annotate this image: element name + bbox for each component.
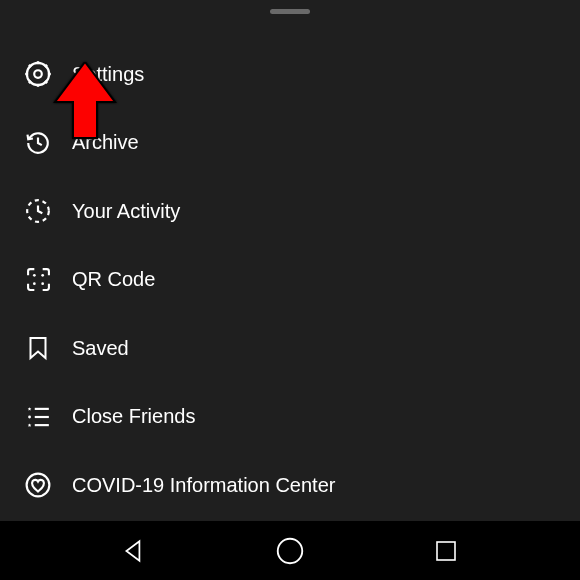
bookmark-icon <box>24 334 52 362</box>
menu-item-label: COVID-19 Information Center <box>72 474 335 497</box>
recents-button[interactable] <box>428 533 464 569</box>
gear-icon <box>24 60 52 88</box>
menu-item-qr-code[interactable]: QR Code <box>0 246 580 315</box>
svg-line-9 <box>45 65 47 67</box>
menu-item-label: Your Activity <box>72 200 180 223</box>
svg-line-7 <box>45 81 47 83</box>
svg-rect-24 <box>437 542 455 560</box>
android-navigation-bar <box>0 521 580 580</box>
menu-item-saved[interactable]: Saved <box>0 314 580 383</box>
svg-marker-15 <box>31 338 46 358</box>
svg-point-16 <box>28 415 31 418</box>
svg-marker-21 <box>55 62 115 138</box>
svg-point-11 <box>32 274 35 277</box>
qr-code-icon <box>24 266 52 294</box>
menu-item-label: Saved <box>72 337 129 360</box>
close-friends-icon <box>24 403 52 431</box>
svg-point-1 <box>34 70 42 78</box>
svg-marker-22 <box>126 541 139 561</box>
menu-item-label: QR Code <box>72 268 155 291</box>
svg-point-12 <box>41 274 44 277</box>
menu-item-covid-info[interactable]: COVID-19 Information Center <box>0 451 580 520</box>
history-icon <box>24 129 52 157</box>
heart-circle-icon <box>24 471 52 499</box>
svg-point-23 <box>278 538 303 563</box>
svg-line-6 <box>29 65 31 67</box>
drag-handle[interactable] <box>270 9 310 14</box>
svg-line-8 <box>29 81 31 83</box>
back-button[interactable] <box>116 533 152 569</box>
activity-clock-icon <box>24 197 52 225</box>
home-button[interactable] <box>272 533 308 569</box>
menu-item-close-friends[interactable]: Close Friends <box>0 383 580 452</box>
annotation-red-arrow <box>53 62 117 140</box>
menu-item-your-activity[interactable]: Your Activity <box>0 177 580 246</box>
svg-point-20 <box>27 474 50 497</box>
svg-point-14 <box>41 283 44 286</box>
svg-point-13 <box>32 283 35 286</box>
menu-item-label: Close Friends <box>72 405 195 428</box>
